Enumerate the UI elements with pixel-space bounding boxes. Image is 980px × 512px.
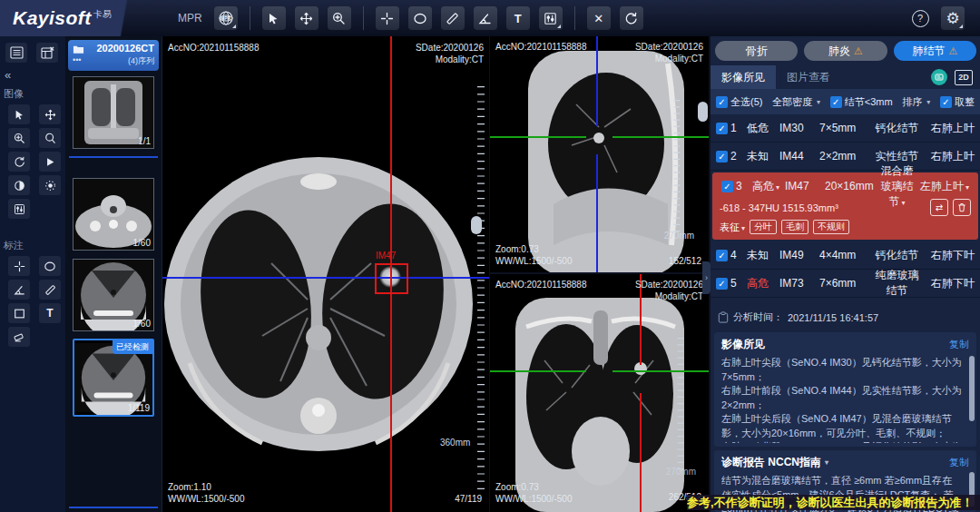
reset-view-icon[interactable] [620, 6, 643, 30]
zoom-in-tool-icon[interactable] [8, 128, 30, 148]
coronal-viewer[interactable]: 270mm AccNO:202101158888 SDate:20200126 … [490, 274, 709, 512]
nodule-row-3-selected[interactable]: ✓ 3 高危▾ IM47 20×16mm 混合磨玻璃结节▾ 左肺上叶▾ -618… [712, 172, 978, 240]
axial-viewer[interactable]: IM47 360mm AccNO:202101158888 SDate:2020… [162, 36, 489, 512]
nodule-roi-box[interactable] [375, 263, 408, 294]
coronal-plane-line[interactable] [162, 277, 489, 279]
slice-position-handle[interactable] [471, 216, 482, 234]
series-layout-icon[interactable] [36, 43, 58, 63]
row-checkbox[interactable]: ✓ [716, 278, 728, 290]
subtab-imaging-findings[interactable]: 影像所见 [710, 65, 776, 89]
study-date: SDate:20200126 [635, 279, 703, 290]
sagittal-plane-line[interactable] [640, 274, 642, 512]
series-thumbnail-lung[interactable]: 1/60 [73, 259, 154, 331]
rotate-tool-icon[interactable] [8, 152, 30, 172]
compare-icon[interactable]: ⇄ [930, 199, 948, 216]
subtab-image-view[interactable]: 图片查看 [776, 65, 841, 89]
help-icon[interactable]: ? [908, 6, 932, 30]
nodule-row-4[interactable]: ✓ 4 未知 IM49 4×4mm 钙化结节 右肺下叶 [710, 241, 980, 270]
eraser-icon[interactable] [8, 327, 30, 347]
delete-icon[interactable] [953, 199, 971, 216]
collapse-panel-handle[interactable]: › [702, 261, 710, 294]
axial-plane-line[interactable] [490, 136, 709, 138]
small-nodule-checkbox[interactable]: ✓结节<3mm [830, 95, 893, 109]
modality: Modality:CT [635, 290, 703, 302]
cursor-tool-icon[interactable] [8, 104, 30, 124]
settings-gear-icon[interactable]: ⚙ [941, 6, 965, 30]
brightness-icon[interactable] [39, 175, 61, 195]
density-filter-dropdown[interactable]: 全部密度▾ [772, 95, 820, 109]
trait-tag[interactable]: 不规则 [813, 220, 849, 234]
trait-dropdown[interactable]: 表征▾ [720, 221, 745, 234]
findings-scrollbar[interactable] [969, 356, 975, 421]
mpr-globe-icon[interactable]: MPR [214, 6, 238, 30]
nodule-row-5[interactable]: ✓ 5 高危 IM73 7×6mm 纯磨玻璃结节 右肺下叶 [710, 270, 980, 298]
nodule-location: 右肺上叶 [920, 149, 975, 164]
check-icon: ✓ [718, 152, 725, 162]
zoom-in-tool-icon[interactable] [328, 6, 351, 30]
axial-plane-line[interactable] [490, 370, 709, 372]
row-index: 2 [730, 150, 741, 162]
tab-pneumonia[interactable]: 肺炎⚠ [804, 41, 887, 61]
series-thumbnail-detected[interactable]: 已经检测 1/119 [73, 339, 154, 417]
series-list-icon[interactable] [5, 43, 27, 63]
angle-annotation-icon[interactable] [8, 280, 30, 300]
collapse-sidebar-icon[interactable]: « [0, 66, 65, 82]
chevron-down-icon[interactable]: ▾ [825, 458, 828, 467]
window-level-tool-icon[interactable] [8, 199, 30, 219]
row-checkbox[interactable]: ✓ [716, 250, 728, 261]
more-icon[interactable]: ••• [73, 55, 81, 67]
image-number: IM49 [779, 249, 819, 261]
magnifier-tool-icon[interactable] [39, 128, 61, 148]
clear-annotations-icon[interactable]: ✕ [587, 6, 611, 30]
tab-fracture[interactable]: 骨折 [715, 41, 798, 61]
pan-tool-icon[interactable] [39, 104, 61, 124]
sagittal-viewer[interactable]: 270mm AccNO:202101158888 SDate:20200126 … [490, 36, 709, 274]
window-level: WW/WL:1500/-500 [495, 493, 572, 505]
row-checkbox[interactable]: ✓ [716, 123, 728, 134]
ruler-annotation-icon[interactable] [39, 280, 61, 300]
pan-tool-icon[interactable] [295, 6, 318, 30]
logo-text-cn: 卡易 [93, 8, 112, 21]
angle-tool-icon[interactable] [474, 6, 497, 30]
copy-findings-link[interactable]: 复制 [949, 338, 969, 351]
sort-dropdown[interactable]: 排序▾ [902, 95, 930, 109]
row-checkbox[interactable]: ✓ [716, 151, 728, 162]
series-thumbnail-axial[interactable]: 1/60 [73, 178, 154, 251]
thumbnail-slice-count: 1/119 [128, 403, 150, 413]
nodule-row-2[interactable]: ✓ 2 未知 IM44 2×2mm 实性结节 右肺上叶 [710, 143, 980, 171]
ellipse-annotation-icon[interactable] [39, 256, 61, 276]
round-checkbox[interactable]: ✓取整 [940, 95, 975, 109]
tab-lung-nodule[interactable]: 肺结节⚠ [894, 41, 976, 61]
cine-play-icon[interactable] [39, 152, 61, 172]
row-checkbox[interactable]: ✓ [721, 181, 733, 192]
toolbar-divider [250, 6, 250, 30]
study-header[interactable]: 20200126CT ••• (4)序列 [68, 40, 159, 71]
risk-level-dropdown[interactable]: 高危▾ [752, 179, 785, 194]
text-tool-icon[interactable]: T [506, 6, 530, 30]
select-all-checkbox[interactable]: ✓全选(5) [716, 95, 762, 109]
analysis-time-value: 2021/11/15 16:41:57 [788, 312, 878, 323]
copy-report-link[interactable]: 复制 [949, 456, 969, 469]
rectangle-annotation-icon[interactable] [8, 303, 30, 323]
nodule-type: 钙化结节 [874, 248, 920, 263]
nodule-row-1[interactable]: ✓ 1 低危 IM30 7×5mm 钙化结节 右肺上叶 [710, 114, 980, 143]
report-bubble-icon[interactable] [931, 69, 947, 85]
logo-text: Kayisoft [13, 7, 92, 29]
2d-toggle[interactable]: 2D [955, 70, 973, 85]
window-level-tool-icon[interactable] [539, 6, 563, 30]
nodule-location: 右肺上叶 [920, 121, 975, 136]
trait-tag[interactable]: 分叶 [750, 220, 777, 234]
ellipse-tool-icon[interactable] [408, 6, 432, 30]
cursor-tool-icon[interactable] [262, 6, 286, 30]
contrast-invert-icon[interactable] [8, 175, 30, 195]
crosshair-tool-icon[interactable] [376, 6, 399, 30]
slice-position-handle[interactable] [698, 102, 708, 122]
nodule-type-dropdown[interactable]: 混合磨玻璃结节▾ [879, 163, 915, 210]
coronal-plane-line[interactable] [596, 36, 598, 272]
trait-tag[interactable]: 毛刺 [781, 220, 808, 234]
text-annotation-icon[interactable]: T [39, 303, 61, 323]
crosshair-annotation-icon[interactable] [8, 256, 30, 276]
series-thumbnail-scout[interactable]: 1/1 [73, 76, 154, 149]
ruler-tool-icon[interactable] [441, 6, 465, 30]
nodule-location-dropdown[interactable]: 左肺上叶▾ [915, 179, 969, 194]
